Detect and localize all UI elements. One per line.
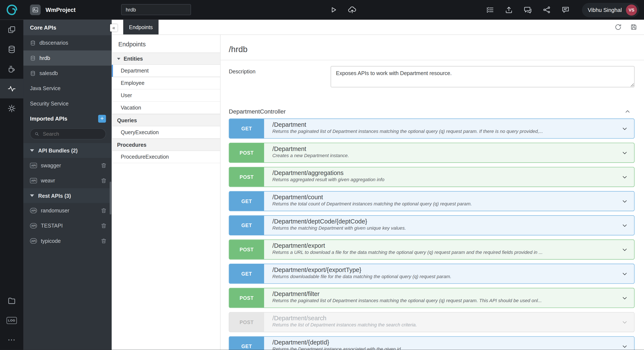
endpoint-text: /Department Returns the paginated list o… [272, 119, 543, 138]
sidebar-item-dbscenarios[interactable]: dbscenarios [24, 35, 112, 50]
sidebar-collapse-button[interactable]: « [110, 24, 118, 32]
group-api-bundles[interactable]: API Bundles (2) [24, 143, 112, 158]
sidebar-search-input[interactable] [42, 131, 101, 137]
sidebar-item-weavr[interactable]: API weavr [24, 173, 112, 188]
tree-item-user[interactable]: User [112, 89, 220, 102]
endpoint-row-disabled[interactable]: POST /Department/search Returns the list… [229, 312, 634, 332]
sidebar-item-swagger[interactable]: API swagger [24, 158, 112, 173]
endpoint-text: /Department/aggregations Returns aggrega… [272, 167, 384, 187]
tree-item-queryexecution[interactable]: QueryExecution [112, 126, 220, 139]
chevron-down-icon[interactable] [621, 173, 628, 181]
tree-item-employee[interactable]: Employee [112, 77, 220, 90]
endpoint-row[interactable]: GET /Department/{deptId} Returns the Dep… [229, 336, 634, 350]
endpoint-description: Returns aggregated result with given agg… [272, 177, 384, 182]
chevron-down-icon[interactable] [621, 197, 628, 205]
top-bar: WmProject Vibhu Singhal VS [0, 0, 644, 20]
sidebar-item-hrdb[interactable]: hrdb [24, 50, 112, 65]
trash-icon[interactable] [100, 223, 107, 229]
chevron-down-icon[interactable] [621, 246, 628, 253]
database-icon [30, 40, 36, 46]
sidebar-scrollbar[interactable] [110, 181, 112, 214]
user-name: Vibhu Singhal [588, 7, 622, 13]
feedback-icon[interactable] [561, 6, 570, 14]
endpoint-row[interactable]: GET /Department/count Returns the total … [229, 191, 634, 211]
group-rest-apis[interactable]: Rest APIs (3) [24, 188, 112, 203]
endpoint-row[interactable]: GET /Department/deptCode/{deptCode} Retu… [229, 215, 634, 235]
endpoint-row[interactable]: GET /Department/export/{exportType} Retu… [229, 264, 634, 284]
app-logo[interactable] [0, 0, 24, 20]
rail-item-more[interactable]: ⋯ [0, 330, 24, 350]
chevron-up-icon[interactable] [624, 108, 631, 115]
endpoint-description: Returns the paginated list of Department… [272, 129, 543, 134]
endpoint-row[interactable]: POST /Department/filter Returns the pagi… [229, 288, 634, 308]
refresh-icon[interactable] [614, 23, 622, 31]
api-icon: API [30, 178, 37, 183]
endpoint-row[interactable]: POST /Department Creates a new Departmen… [229, 143, 634, 163]
chevron-down-icon[interactable] [621, 319, 628, 326]
global-search-input[interactable] [121, 4, 191, 15]
sidebar-item-randomuser[interactable]: API randomuser [24, 203, 112, 218]
checklist-icon[interactable] [486, 6, 494, 14]
endpoint-row[interactable]: GET /Department Returns the paginated li… [229, 118, 634, 138]
add-api-button[interactable]: + [98, 115, 106, 123]
sidebar-item-label: Java Service [30, 85, 61, 91]
rail-item-java[interactable] [0, 59, 24, 79]
rail-item-settings[interactable] [0, 98, 24, 118]
save-icon[interactable] [630, 23, 638, 31]
rail-item-databases[interactable] [0, 39, 24, 59]
sidebar-item-salesdb[interactable]: salesdb [24, 66, 112, 81]
sidebar-item-java-service[interactable]: Java Service [24, 81, 112, 96]
user-menu[interactable]: Vibhu Singhal VS [582, 3, 639, 17]
tree-item-department[interactable]: Department [112, 65, 220, 77]
trash-icon[interactable] [100, 163, 107, 169]
description-input[interactable]: Exposes APIs to work with Department res… [330, 66, 634, 87]
sidebar-item-testapi[interactable]: API TESTAPI [24, 218, 112, 233]
endpoint-path: /Department/filter [272, 290, 542, 297]
cloud-deploy-icon[interactable] [348, 5, 356, 14]
tree-section-queries[interactable]: Queries [112, 114, 220, 126]
share-branch-icon[interactable] [542, 6, 551, 14]
trash-icon[interactable] [100, 238, 107, 244]
rail-item-logs[interactable]: LOG [0, 311, 24, 330]
trash-icon[interactable] [100, 207, 107, 214]
method-badge: POST [229, 288, 264, 308]
run-icon[interactable] [330, 6, 338, 14]
tree-section-procedures[interactable]: Procedures [112, 139, 220, 151]
rail-item-pages[interactable] [0, 20, 24, 39]
description-label: Description [229, 66, 330, 87]
endpoint-text: /Department/count Returns the total coun… [272, 191, 472, 211]
chevron-down-icon[interactable] [621, 294, 628, 302]
endpoint-text: /Department/search Returns the list of D… [272, 313, 417, 332]
chevron-down-icon[interactable] [621, 125, 628, 132]
trash-icon[interactable] [100, 177, 107, 184]
controller-header[interactable]: DepartmentController [229, 108, 634, 115]
project-thumbnail-icon[interactable] [30, 4, 41, 15]
sidebar-item-security-service[interactable]: Security Service [24, 96, 112, 111]
rail-item-apis[interactable] [0, 79, 24, 98]
publish-icon[interactable] [505, 6, 513, 14]
rail-item-files[interactable] [0, 291, 24, 311]
sidebar-item-label: salesdb [40, 70, 58, 76]
sidebar-item-label: swagger [41, 163, 61, 169]
tree-item-vacation[interactable]: Vacation [112, 102, 220, 114]
chevron-down-icon[interactable] [621, 222, 628, 229]
section-label: Procedures [117, 142, 146, 148]
chat-icon[interactable] [524, 6, 532, 14]
brand-swirl-icon [6, 3, 18, 16]
tree-section-entities[interactable]: Entities [112, 52, 220, 65]
tab-bar: Endpoints [112, 20, 644, 35]
chevron-down-icon[interactable] [621, 343, 628, 350]
endpoint-description: Returns downloadable file for the data m… [272, 274, 452, 279]
sidebar-item-label: Security Service [30, 100, 68, 107]
endpoint-row[interactable]: POST /Department/aggregations Returns ag… [229, 167, 634, 187]
tab-endpoints[interactable]: Endpoints [123, 20, 159, 34]
tree-item-procedureexecution[interactable]: ProcedureExecution [112, 151, 220, 163]
search-icon [34, 131, 39, 137]
section-label: Entities [124, 55, 143, 62]
java-icon [8, 65, 16, 73]
endpoint-row[interactable]: POST /Department/export Returns a URL to… [229, 239, 634, 259]
chevron-down-icon[interactable] [621, 270, 628, 278]
chevron-down-icon[interactable] [621, 149, 628, 157]
sidebar-item-typicode[interactable]: API typicode [24, 233, 112, 248]
folder-icon [8, 296, 16, 305]
